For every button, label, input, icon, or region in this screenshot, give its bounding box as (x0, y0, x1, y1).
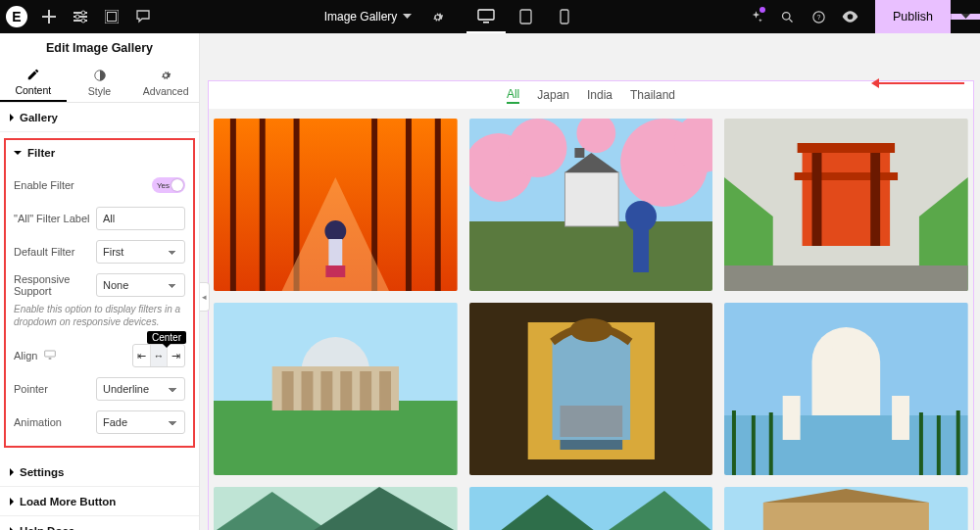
gallery-image[interactable] (469, 303, 713, 475)
responsive-support-label: Responsive Support (14, 273, 96, 297)
device-tablet[interactable] (506, 0, 545, 33)
publish-options-button[interactable] (951, 14, 980, 20)
widget-name-dropdown[interactable]: Image Gallery (315, 0, 422, 33)
enable-filter-toggle[interactable]: Yes (152, 177, 185, 193)
help-button[interactable]: ? (803, 0, 834, 33)
preview-canvas: ◂ All Japan India Thailand (200, 33, 980, 530)
all-filter-input[interactable] (96, 207, 185, 230)
svg-point-8 (782, 12, 790, 20)
pointer-select[interactable]: Underline (96, 377, 185, 401)
caret-right-icon (10, 498, 14, 506)
default-filter-label: Default Filter (14, 246, 96, 258)
animation-select[interactable]: Fade (96, 410, 185, 434)
device-mobile[interactable] (545, 0, 584, 33)
pointer-label: Pointer (14, 383, 96, 395)
section-load-more[interactable]: Load More Button (0, 487, 199, 516)
gear-icon (159, 69, 172, 82)
section-filter[interactable]: Filter (14, 140, 185, 166)
panel-collapse-handle[interactable]: ◂ (200, 282, 210, 312)
svg-point-21 (324, 220, 346, 242)
tab-style[interactable]: Style (67, 63, 133, 102)
svg-rect-51 (320, 371, 332, 410)
section-filter-highlight: Filter Enable Filter Yes "All" Filter La… (4, 138, 195, 448)
caret-right-icon (10, 468, 14, 476)
align-label: Align (14, 350, 96, 361)
device-desktop[interactable] (466, 0, 506, 33)
finder-button[interactable] (771, 0, 803, 33)
tab-advanced[interactable]: Advanced (132, 63, 199, 102)
filter-item-all[interactable]: All (507, 87, 519, 104)
svg-rect-53 (360, 371, 371, 410)
svg-rect-25 (469, 221, 713, 291)
contrast-icon (93, 69, 107, 82)
gallery-filter-bar: All Japan India Thailand (209, 81, 973, 109)
svg-rect-31 (564, 172, 618, 226)
gallery-grid (209, 109, 973, 530)
chevron-down-icon (403, 14, 412, 20)
svg-point-61 (833, 335, 860, 362)
caret-right-icon (10, 527, 14, 531)
svg-rect-4 (108, 13, 117, 22)
caret-down-icon (14, 151, 22, 155)
gallery-image[interactable] (469, 487, 713, 530)
svg-rect-62 (783, 396, 801, 440)
panel-title: Edit Image Gallery (0, 33, 199, 63)
svg-rect-43 (871, 153, 881, 246)
svg-rect-33 (574, 148, 584, 158)
svg-rect-63 (892, 396, 909, 440)
responsive-support-select[interactable]: None (96, 273, 185, 297)
svg-point-2 (81, 19, 85, 23)
gallery-image[interactable] (724, 119, 968, 291)
desktop-icon (44, 350, 56, 360)
annotation-arrow (874, 82, 964, 84)
svg-rect-5 (478, 10, 494, 20)
filter-item-japan[interactable]: Japan (537, 88, 569, 102)
add-element-button[interactable] (33, 0, 65, 33)
align-choose-group: ⇤ ↔ ⇥ (132, 344, 185, 367)
image-gallery-widget[interactable]: All Japan India Thailand (208, 80, 974, 530)
align-right-button[interactable]: ⇥ (167, 345, 184, 366)
gallery-image[interactable] (214, 119, 458, 291)
svg-point-56 (569, 318, 612, 342)
filter-item-thailand[interactable]: Thailand (630, 88, 675, 102)
align-center-button[interactable]: ↔ (150, 345, 168, 366)
preview-button[interactable] (834, 0, 865, 33)
widget-name-label: Image Gallery (324, 10, 398, 24)
svg-rect-77 (763, 503, 929, 530)
gallery-image[interactable] (724, 303, 968, 475)
elementor-logo[interactable]: E (0, 0, 33, 33)
section-settings[interactable]: Settings (0, 458, 199, 487)
svg-rect-52 (340, 371, 352, 410)
svg-rect-49 (282, 371, 294, 410)
site-settings-button[interactable] (65, 0, 96, 33)
notes-button[interactable] (127, 0, 159, 33)
filter-item-india[interactable]: India (587, 88, 612, 102)
gallery-image[interactable] (724, 487, 968, 530)
svg-rect-46 (214, 401, 458, 475)
svg-rect-12 (44, 351, 55, 357)
whats-new-button[interactable] (740, 0, 771, 33)
publish-button[interactable]: Publish (875, 0, 951, 33)
svg-rect-60 (724, 415, 968, 475)
section-gallery[interactable]: Gallery (0, 103, 199, 132)
editor-panel: Edit Image Gallery Content Style Advance… (0, 33, 200, 530)
svg-rect-6 (520, 10, 531, 24)
responsive-help-text: Enable this option to display filters in… (14, 303, 185, 328)
tab-content[interactable]: Content (0, 63, 67, 102)
default-filter-select[interactable]: First (96, 240, 185, 264)
all-filter-label: "All" Filter Label (14, 213, 96, 224)
svg-rect-57 (560, 406, 622, 437)
gallery-image[interactable] (469, 119, 713, 291)
gallery-image[interactable] (214, 303, 458, 475)
panel-tabs: Content Style Advanced (0, 63, 199, 103)
animation-label: Animation (14, 416, 96, 428)
structure-button[interactable] (96, 0, 127, 33)
section-help-docs[interactable]: Help Docs (0, 516, 199, 530)
svg-rect-41 (795, 172, 898, 180)
svg-rect-40 (798, 143, 895, 153)
svg-point-0 (81, 11, 85, 15)
gallery-image[interactable] (214, 487, 458, 530)
align-left-button[interactable]: ⇤ (133, 345, 150, 366)
page-settings-button[interactable] (421, 0, 453, 33)
enable-filter-label: Enable Filter (14, 179, 96, 191)
